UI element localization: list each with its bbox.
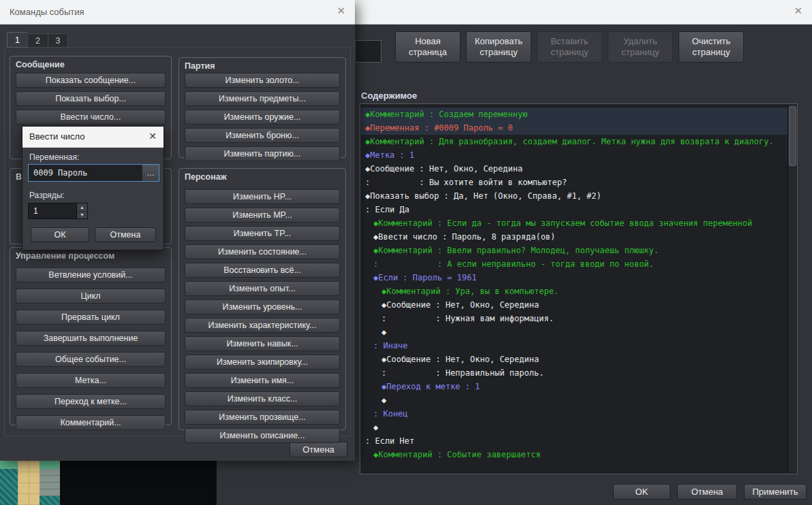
spin-down-icon[interactable]: ▼: [77, 211, 87, 219]
event-command-row[interactable]: : Если Нет: [361, 434, 788, 448]
digits-label: Разряды:: [29, 191, 65, 200]
event-command-row[interactable]: ◆Переменная : #0009 Пароль = 0: [361, 121, 788, 135]
group-label: Сообщение: [16, 60, 65, 69]
ellipsis-button[interactable]: …: [142, 165, 159, 181]
command-button[interactable]: Изменить имя...: [185, 373, 340, 388]
event-command-row[interactable]: : : А если неправильно - тогда вводи по …: [361, 257, 788, 271]
event-command-row[interactable]: ◆Комментарий : Если да - тогда мы запуск…: [361, 216, 788, 230]
digits-stepper[interactable]: 1 ▲ ▼: [28, 203, 88, 219]
event-command-row[interactable]: ◆Метка : 1: [361, 148, 788, 162]
command-button[interactable]: Ввести число...: [16, 110, 166, 125]
command-button[interactable]: Изменить опыт...: [185, 281, 340, 296]
dialog-titlebar: Команды события ✕: [0, 0, 355, 25]
command-button[interactable]: Изменить предметы...: [185, 91, 340, 106]
command-button[interactable]: Прервать цикл: [16, 310, 166, 325]
command-button[interactable]: Переход к метке...: [16, 394, 166, 409]
command-button[interactable]: Показать сообщение...: [16, 73, 166, 88]
event-command-row[interactable]: ◆Комментарий : Для разнобразия, создаем …: [361, 135, 788, 148]
command-button[interactable]: Цикл: [16, 289, 166, 304]
event-command-row[interactable]: ◆Сообщение : Нет, Окно, Середина: [361, 162, 788, 176]
cancel-button[interactable]: Отмена: [95, 227, 156, 242]
event-command-row[interactable]: ◆Комментарий : Ввели правильно? Молодец,…: [361, 244, 788, 257]
command-button[interactable]: Комментарий...: [16, 415, 166, 430]
command-button[interactable]: Общее событие...: [16, 352, 166, 367]
digits-value: 1: [29, 203, 76, 218]
event-command-row[interactable]: ◆Сообщение : Нет, Окно, Середина: [361, 298, 788, 312]
variable-label: Переменная:: [29, 152, 79, 162]
command-button[interactable]: Изменить описание...: [185, 428, 340, 443]
cancel-button[interactable]: Отмена: [677, 484, 737, 500]
ok-button[interactable]: ОК: [31, 227, 89, 242]
event-command-row[interactable]: ◆: [361, 325, 788, 339]
screen: ✕ Новая страницаКопировать страницуВстав…: [0, 0, 812, 505]
command-button[interactable]: Завершить выполнение: [16, 331, 166, 346]
event-command-row[interactable]: ◆Показать выбор : Да, Нет (Окно, Справа,…: [361, 189, 788, 203]
map-tiles[interactable]: [0, 461, 60, 505]
scrollbar-thumb[interactable]: [789, 106, 796, 166]
group-actor: Персонаж Изменить HP...Изменить MP...Изм…: [178, 168, 346, 430]
command-button[interactable]: Показать выбор...: [16, 91, 166, 106]
event-command-row[interactable]: ◆: [361, 421, 788, 434]
toolbar-button[interactable]: Очистить страницу: [678, 31, 744, 63]
command-button[interactable]: Изменить оружие...: [185, 110, 340, 125]
sand-tiles: [18, 461, 40, 505]
page-toolbar: Новая страницаКопировать страницуВставит…: [395, 31, 744, 63]
close-icon[interactable]: ✕: [794, 5, 802, 16]
toolbar-button[interactable]: Копировать страницу: [466, 31, 531, 63]
command-button[interactable]: Ветвление условий...: [16, 267, 166, 282]
command-button[interactable]: Изменить состояние...: [185, 244, 340, 259]
event-command-row[interactable]: ◆Переход к метке : 1: [361, 380, 788, 393]
command-button[interactable]: Изменить экипировку...: [185, 355, 340, 370]
command-button[interactable]: Изменить прозвище...: [185, 410, 340, 425]
close-icon[interactable]: ✕: [337, 5, 345, 16]
spin-up-icon[interactable]: ▲: [77, 203, 87, 211]
command-button[interactable]: Изменить уровень...: [185, 299, 340, 314]
tab-3[interactable]: 3: [48, 33, 68, 48]
command-button[interactable]: Метка...: [16, 373, 166, 388]
close-icon[interactable]: ✕: [149, 131, 157, 141]
event-command-row[interactable]: : Иначе: [361, 339, 788, 353]
group-flow-control: Управление процессом Ветвление условий..…: [10, 247, 172, 425]
command-button[interactable]: Восстановить всё...: [185, 263, 340, 278]
event-command-row[interactable]: : : Нужная вам информация.: [361, 312, 788, 325]
event-command-row[interactable]: ◆Сообщение : Нет, Окно, Середина: [361, 353, 788, 366]
editor-actions: OK Отмена Применить: [613, 484, 807, 500]
command-tabs: 123: [7, 32, 68, 48]
map-dark-area: [60, 461, 217, 505]
toolbar-button: Удалить страницу: [608, 31, 673, 63]
event-command-row[interactable]: ◆Комментарий : Ура, вы в компьютере.: [361, 284, 788, 298]
command-button[interactable]: Изменить TP...: [185, 226, 340, 241]
group-label: Партия: [185, 61, 215, 71]
event-command-row[interactable]: : : Вы хотите войти в компьютер?: [361, 176, 788, 189]
stepper-buttons: ▲ ▼: [76, 203, 87, 218]
command-button[interactable]: Изменить броню...: [185, 128, 340, 143]
event-command-row[interactable]: ◆Ввести число : Пароль, 8 разряда(ов): [361, 230, 788, 244]
event-command-row[interactable]: ◆Комментарий : Событие завершается: [361, 448, 788, 461]
tab-1[interactable]: 1: [7, 32, 27, 48]
popup-title: Ввести число: [29, 131, 85, 142]
dialog-title: Команды события: [10, 7, 84, 17]
tab-2[interactable]: 2: [27, 33, 48, 48]
group-label: Управление процессом: [16, 251, 114, 261]
ok-button[interactable]: OK: [613, 484, 670, 500]
command-button[interactable]: Изменить навык...: [185, 336, 340, 351]
group-party: Партия Изменить золото...Изменить предме…: [178, 57, 346, 158]
command-button[interactable]: Изменить золото...: [185, 73, 340, 88]
event-command-row[interactable]: : Если Да: [361, 203, 788, 216]
event-command-row[interactable]: ◆Если : Пароль = 1961: [361, 271, 788, 284]
variable-select[interactable]: 0009 Пароль …: [28, 164, 159, 182]
command-button[interactable]: Изменить HP...: [185, 189, 340, 204]
event-command-row[interactable]: : : Неправильный пароль.: [361, 366, 788, 380]
scrollbar[interactable]: [787, 105, 796, 473]
event-command-row[interactable]: ◆: [361, 393, 788, 407]
toolbar-button[interactable]: Новая страница: [395, 31, 460, 63]
event-command-list: ◆Комментарий : Создаем переменную◆Переме…: [360, 103, 798, 474]
apply-button[interactable]: Применить: [744, 484, 807, 500]
event-command-row[interactable]: ◆Комментарий : Создаем переменную: [361, 108, 788, 121]
command-button[interactable]: Изменить партию...: [185, 146, 340, 161]
event-command-row[interactable]: : Конец: [361, 407, 788, 421]
page-name-field[interactable]: [355, 40, 381, 63]
command-button[interactable]: Изменить класс...: [185, 391, 340, 406]
command-button[interactable]: Изменить характеристику...: [185, 318, 340, 333]
command-button[interactable]: Изменить MP...: [185, 208, 340, 223]
